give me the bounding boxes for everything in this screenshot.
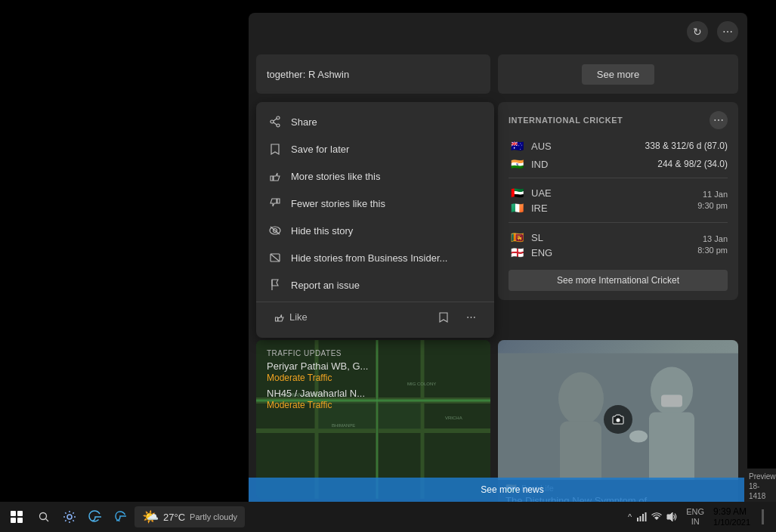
- traffic-label: Traffic Updates: [267, 349, 480, 357]
- like-button[interactable]: Like: [268, 308, 314, 326]
- preview-panel: Preview18-1418: [744, 469, 776, 504]
- match-row-ind: 🇮🇳 IND 244 & 98/2 (34.0): [509, 155, 728, 173]
- share-icon: [268, 115, 282, 128]
- menu-item-report-label: Report an issue: [291, 280, 360, 291]
- uae-ire-time: 11 Jan 9:30 pm: [697, 189, 728, 212]
- edge-icon-taskbar[interactable]: [83, 505, 107, 529]
- news-image-background: Best Life: [498, 340, 738, 499]
- ire-flag: 🇮🇪: [509, 202, 525, 214]
- menu-item-share[interactable]: Share: [256, 108, 494, 135]
- ire-code: IRE: [531, 203, 558, 214]
- svg-line-35: [46, 519, 49, 522]
- svg-marker-41: [667, 512, 672, 521]
- bookmark-footer-button[interactable]: [433, 309, 454, 326]
- traffic-route-1: Periyar Pathai WB, G... Moderate Traffic: [267, 360, 480, 383]
- story-header: together: R Ashwin: [256, 54, 490, 94]
- sl-flag: 🇱🇰: [509, 231, 525, 243]
- svg-line-4: [274, 122, 277, 125]
- team-row-uae: 🇦🇪 UAE: [509, 185, 697, 200]
- eng-flag: 🏴󠁧󠁢󠁥󠁮󠁧󠁿: [509, 246, 525, 258]
- aus-code: AUS: [531, 141, 558, 152]
- menu-item-hide-story[interactable]: Hide this story: [256, 217, 494, 244]
- network-icon: [636, 512, 647, 522]
- svg-point-36: [67, 515, 72, 519]
- upcoming-teams-sl-eng: 🇱🇰 SL 🏴󠁧󠁢󠁥󠁮󠁧󠁿 ENG: [509, 230, 697, 260]
- bottom-ticker[interactable]: See more news: [249, 478, 776, 502]
- weather-description: Partly cloudy: [190, 512, 237, 521]
- more-options-icon[interactable]: ⋯: [717, 21, 738, 42]
- sl-code: SL: [531, 232, 558, 243]
- menu-item-more-like-label: More stories like this: [291, 171, 380, 182]
- camera-badge: [604, 405, 632, 434]
- bookmark-icon: [268, 142, 282, 156]
- clock-date: 1/10/2021: [713, 518, 750, 527]
- search-button[interactable]: [32, 505, 56, 529]
- preview-text: Preview18-1418: [749, 472, 771, 501]
- cricket-card: INTERNATIONAL CRICKET ⋯ 🇦🇺 AUS 338 & 312…: [498, 102, 738, 300]
- cricket-more-button[interactable]: ⋯: [710, 111, 728, 129]
- svg-point-34: [40, 513, 47, 520]
- news-image-card[interactable]: Best Life: [498, 340, 738, 499]
- cricket-section-title: INTERNATIONAL CRICKET: [509, 116, 623, 125]
- menu-item-fewer-like[interactable]: Fewer stories like this: [256, 190, 494, 217]
- widget-top-bar: ↻ ⋯: [249, 13, 747, 51]
- show-desktop-button[interactable]: [753, 505, 767, 529]
- refresh-icon[interactable]: ↻: [687, 21, 708, 42]
- weather-widget-taskbar[interactable]: 🌤️ 27°C Partly cloudy: [134, 506, 245, 527]
- menu-item-more-like[interactable]: More stories like this: [256, 162, 494, 190]
- see-more-cricket-button[interactable]: See more International Cricket: [509, 270, 728, 291]
- edge-icon2-taskbar[interactable]: [109, 505, 133, 529]
- uae-ire-time-val: 9:30 pm: [697, 200, 728, 212]
- language-label: ENG: [686, 507, 704, 517]
- thumbs-down-icon: [268, 196, 282, 210]
- menu-item-save-label: Save for later: [291, 144, 349, 155]
- hide-source-icon: [268, 251, 282, 264]
- context-menu-footer: Like ⋯: [256, 302, 494, 332]
- eng-code: ENG: [531, 247, 558, 258]
- hide-icon: [268, 224, 282, 237]
- ellipsis-icon: ⋯: [466, 311, 476, 323]
- svg-rect-38: [640, 516, 642, 521]
- aus-flag: 🇦🇺: [509, 140, 525, 152]
- cricket-header: INTERNATIONAL CRICKET ⋯: [509, 111, 728, 129]
- svg-point-33: [617, 419, 620, 422]
- menu-item-save[interactable]: Save for later: [256, 135, 494, 162]
- clock-time: 9:39 AM: [713, 506, 750, 517]
- svg-rect-37: [637, 518, 638, 521]
- menu-item-fewer-like-label: Fewer stories like this: [291, 198, 385, 209]
- footer-more-icon[interactable]: ⋯: [460, 308, 482, 326]
- settings-icon-taskbar[interactable]: [57, 505, 82, 529]
- menu-item-share-label: Share: [291, 116, 317, 128]
- uae-ire-date: 11 Jan: [697, 189, 728, 200]
- svg-point-0: [277, 116, 280, 119]
- menu-item-hide-source[interactable]: Hide stories from Business Insider...: [256, 244, 494, 271]
- system-icons: ^: [628, 512, 677, 522]
- ticker-text: See more news: [481, 484, 543, 495]
- traffic-card: LUDHIANA COLONY BHIMANPE MIG COLONY VRIC…: [256, 340, 490, 499]
- menu-item-report[interactable]: Report an issue: [256, 271, 494, 298]
- ind-score: 244 & 98/2 (34.0): [564, 159, 728, 169]
- upcoming-match-uae-ire: 🇦🇪 UAE 🇮🇪 IRE 11 Jan 9:30 pm: [509, 183, 728, 218]
- wifi-icon: [651, 512, 662, 522]
- start-button[interactable]: [3, 505, 30, 529]
- windows-logo: [11, 511, 23, 523]
- see-more-button[interactable]: See more: [582, 64, 654, 85]
- weather-temperature: 27°C: [163, 512, 185, 523]
- story-header-text: together: R Ashwin: [267, 69, 349, 80]
- context-menu: Share Save for later More stories like t…: [256, 102, 494, 338]
- language-region[interactable]: ENG IN: [686, 507, 704, 527]
- traffic-route-2: NH45 / Jawaharlal N... Moderate Traffic: [267, 388, 480, 410]
- sl-eng-time-val: 8:30 pm: [697, 245, 728, 256]
- volume-icon: [666, 512, 677, 522]
- menu-item-hide-source-label: Hide stories from Business Insider...: [291, 252, 447, 264]
- uae-code: UAE: [531, 187, 558, 199]
- match-separator-1: [509, 178, 728, 178]
- clock[interactable]: 9:39 AM 1/10/2021: [713, 506, 750, 527]
- chevron-up-icon[interactable]: ^: [628, 512, 632, 521]
- taskbar: 🌤️ 27°C Partly cloudy ^: [0, 502, 776, 532]
- menu-item-hide-story-label: Hide this story: [291, 225, 353, 237]
- svg-rect-40: [645, 512, 647, 521]
- system-tray: ^ ENG IN 9:39 AM 1/10/20: [622, 505, 773, 529]
- svg-line-9: [271, 254, 280, 261]
- team-row-eng: 🏴󠁧󠁢󠁥󠁮󠁧󠁿 ENG: [509, 245, 697, 260]
